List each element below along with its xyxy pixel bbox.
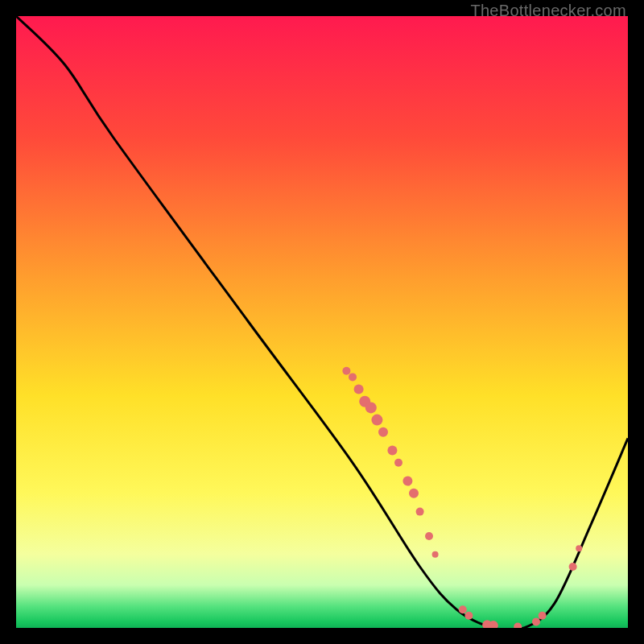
data-marker: [402, 477, 412, 486]
data-marker: [371, 415, 382, 426]
data-marker: [539, 612, 547, 620]
data-marker: [459, 605, 467, 613]
data-marker: [409, 489, 419, 498]
data-marker: [349, 373, 357, 381]
data-marker: [416, 508, 424, 516]
gradient-fill: [16, 16, 628, 628]
data-marker: [342, 367, 350, 375]
attribution-text: TheBottlenecker.com: [470, 2, 626, 20]
data-marker: [532, 617, 540, 625]
data-marker: [365, 402, 377, 413]
chart-canvas: [16, 16, 628, 628]
data-marker: [464, 612, 473, 620]
data-marker: [378, 427, 388, 437]
data-marker: [387, 446, 397, 456]
data-marker: [354, 385, 364, 394]
data-marker: [394, 459, 402, 467]
data-marker: [569, 563, 577, 571]
data-marker: [576, 545, 582, 551]
data-marker: [425, 532, 433, 540]
data-marker: [432, 551, 439, 558]
